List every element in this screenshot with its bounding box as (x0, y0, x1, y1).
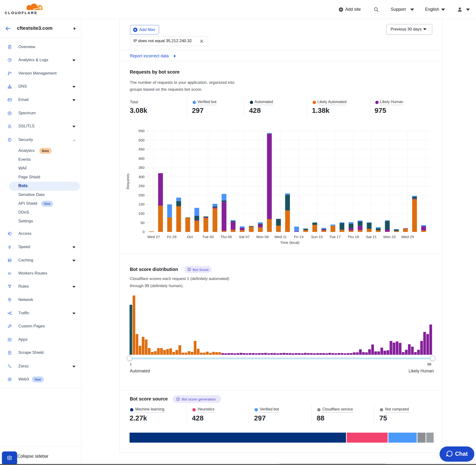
svg-text:Thu 05: Thu 05 (221, 235, 232, 239)
svg-text:Tue 03: Tue 03 (202, 235, 214, 239)
svg-text:550: 550 (138, 129, 145, 133)
svg-text:200: 200 (138, 193, 145, 197)
svg-text:400: 400 (138, 157, 145, 160)
svg-text:100: 100 (138, 211, 145, 215)
svg-text:500: 500 (138, 138, 145, 142)
svg-text:Wed 25: Wed 25 (401, 235, 414, 239)
svg-text:Mon 23: Mon 23 (383, 235, 396, 239)
svg-text:Fri 13: Fri 13 (294, 235, 304, 239)
svg-text:150: 150 (138, 202, 145, 206)
svg-text:Mon 09: Mon 09 (256, 235, 269, 239)
svg-text:Sat 21: Sat 21 (366, 235, 377, 239)
svg-text:0: 0 (142, 230, 145, 234)
svg-text:450: 450 (138, 147, 145, 151)
svg-text:Requests: Requests (126, 174, 130, 189)
svg-text:Fri 29: Fri 29 (167, 235, 176, 239)
svg-text:Wed 27: Wed 27 (147, 235, 160, 239)
svg-text:Tue 17: Tue 17 (329, 235, 341, 239)
svg-text:Time (local): Time (local) (280, 241, 299, 244)
svg-text:250: 250 (138, 184, 145, 188)
svg-text:CLOUDFLARE: CLOUDFLARE (5, 11, 38, 15)
svg-text:300: 300 (138, 175, 145, 179)
svg-text:50: 50 (140, 221, 145, 225)
svg-text:Sun 15: Sun 15 (311, 235, 323, 239)
svg-text:350: 350 (138, 166, 145, 169)
svg-text:Wed 11: Wed 11 (274, 235, 287, 239)
svg-text:Sat 07: Sat 07 (239, 235, 250, 239)
svg-text:Thu 19: Thu 19 (348, 235, 359, 239)
svg-text:Oct: Oct (187, 235, 193, 239)
